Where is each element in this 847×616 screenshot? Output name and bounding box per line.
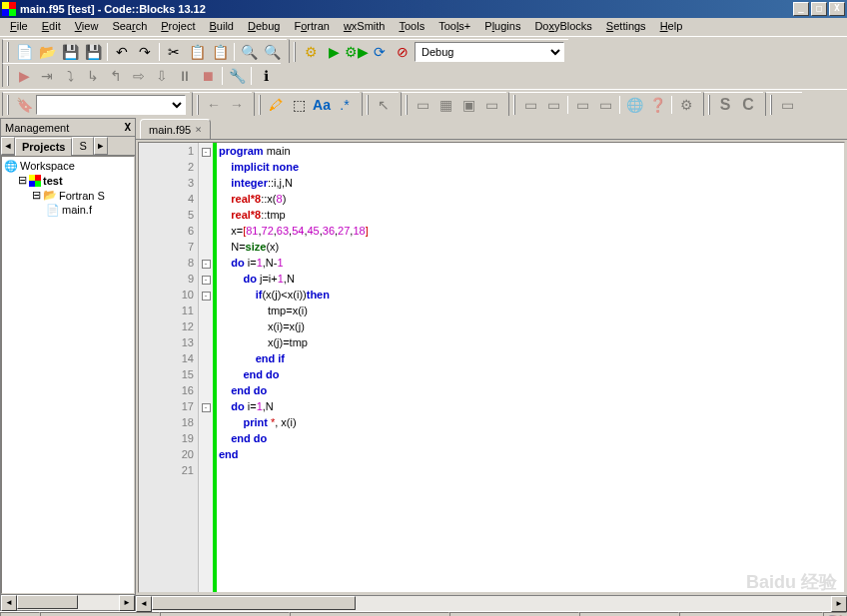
- rebuild-icon[interactable]: ⟳: [369, 41, 391, 63]
- cut-icon[interactable]: ✂: [163, 41, 185, 63]
- expand-icon[interactable]: ⊟: [32, 189, 41, 202]
- project-tree[interactable]: 🌐 Workspace ⊟ test ⊟ 📂 Fortran S 📄 main.…: [1, 156, 135, 594]
- case-icon[interactable]: Aa: [311, 94, 333, 116]
- tab-projects[interactable]: Projects: [15, 138, 72, 156]
- debug-run-cursor-icon[interactable]: ⇥: [36, 65, 58, 87]
- toolbar-secondary: 🔖 ← → 🖍 ⬚ Aa .* ↖ ▭ ▦ ▣ ▭ ▭ ▭ ▭ ▭ 🌐 ❓ ⚙ …: [0, 89, 847, 118]
- tree-folder[interactable]: ⊟ 📂 Fortran S: [4, 188, 132, 203]
- menu-build[interactable]: Build: [204, 19, 240, 35]
- select-icon[interactable]: ⬚: [288, 94, 310, 116]
- debug-next-instr-icon[interactable]: ⇨: [128, 65, 150, 87]
- scroll-left-icon[interactable]: ◄: [1, 595, 17, 611]
- debug-step-instr-icon[interactable]: ⇩: [151, 65, 173, 87]
- find-icon[interactable]: 🔍: [238, 41, 260, 63]
- build-run-icon[interactable]: ⚙▶: [346, 41, 368, 63]
- bookmark-icon[interactable]: 🔖: [13, 94, 35, 116]
- menu-debug[interactable]: Debug: [242, 19, 286, 35]
- doxy-block-icon[interactable]: ▭: [571, 94, 593, 116]
- tree-project[interactable]: ⊟ test: [4, 173, 132, 188]
- close-button[interactable]: X: [829, 2, 845, 16]
- menu-edit[interactable]: Edit: [36, 19, 67, 35]
- file-tab-main[interactable]: main.f95 ×: [140, 119, 211, 139]
- menu-search[interactable]: Search: [106, 19, 153, 35]
- frame2-icon[interactable]: ▭: [480, 94, 502, 116]
- tab-close-icon[interactable]: ×: [195, 123, 202, 136]
- menu-plugins[interactable]: Plugins: [478, 19, 526, 35]
- minimize-button[interactable]: _: [793, 2, 809, 16]
- menu-view[interactable]: View: [69, 19, 105, 35]
- menu-wxsmith[interactable]: wxSmith: [338, 19, 392, 35]
- mgmt-scrollbar[interactable]: ◄ ►: [1, 594, 135, 610]
- expand-icon[interactable]: ⊟: [18, 174, 27, 187]
- cursor-icon[interactable]: ↖: [373, 94, 395, 116]
- highlight-icon[interactable]: 🖍: [265, 94, 287, 116]
- scroll-right-icon[interactable]: ►: [119, 595, 135, 611]
- tree-workspace[interactable]: 🌐 Workspace: [4, 159, 132, 173]
- new-file-icon[interactable]: 📄: [13, 41, 35, 63]
- debug-next-icon[interactable]: ⤵: [59, 65, 81, 87]
- management-close-icon[interactable]: X: [124, 121, 131, 134]
- undo-icon[interactable]: ↶: [111, 41, 133, 63]
- line-gutter: 123456789101112131415161718192021: [139, 143, 199, 592]
- app-icon: [2, 2, 16, 16]
- code-editor[interactable]: 123456789101112131415161718192021 - --- …: [138, 142, 845, 593]
- panel-icon[interactable]: ▦: [434, 94, 456, 116]
- scroll-left-icon[interactable]: ◄: [136, 596, 152, 612]
- menu-tools[interactable]: Tools: [393, 19, 430, 35]
- menu-help[interactable]: Help: [654, 19, 689, 35]
- symbols-combo[interactable]: [36, 95, 186, 115]
- menu-project[interactable]: Project: [155, 19, 201, 35]
- menu-doxyblocks[interactable]: DoxyBlocks: [528, 19, 597, 35]
- debug-windows-icon[interactable]: 🔧: [226, 65, 248, 87]
- doxy-line-icon[interactable]: ▭: [594, 94, 616, 116]
- status-lang-icon[interactable]: 🇺🇸: [823, 612, 847, 616]
- scroll-right-icon[interactable]: ►: [831, 596, 847, 612]
- nav-forward-icon[interactable]: →: [226, 94, 248, 116]
- status-mode: Insert: [449, 612, 579, 616]
- replace-icon[interactable]: 🔍: [261, 41, 283, 63]
- run-icon[interactable]: ▶: [323, 41, 345, 63]
- redo-icon[interactable]: ↷: [134, 41, 156, 63]
- tree-file[interactable]: 📄 main.f: [4, 203, 132, 217]
- doxy-wizard-icon[interactable]: ▭: [519, 94, 541, 116]
- status-encoding: WINDOWS-936: [160, 612, 290, 616]
- dialog-icon[interactable]: ▣: [457, 94, 479, 116]
- debug-step-out-icon[interactable]: ↰: [105, 65, 127, 87]
- nav-back-icon[interactable]: ←: [203, 94, 225, 116]
- regex-icon[interactable]: .*: [334, 94, 356, 116]
- tab-symbols[interactable]: S: [72, 137, 93, 155]
- class-letter-icon[interactable]: C: [737, 94, 759, 116]
- copy-icon[interactable]: 📋: [186, 41, 208, 63]
- build-icon[interactable]: ⚙: [300, 41, 322, 63]
- debug-stop-icon[interactable]: ⏹: [197, 65, 219, 87]
- menu-fortran[interactable]: Fortran: [288, 19, 335, 35]
- fold-column[interactable]: - --- -: [199, 143, 213, 592]
- build-target-combo[interactable]: Debug: [415, 42, 564, 62]
- doxy-html-icon[interactable]: 🌐: [623, 94, 645, 116]
- abort-icon[interactable]: ⊘: [392, 41, 414, 63]
- code-content[interactable]: program main implicit none integer::i,j,…: [217, 143, 844, 592]
- doxy-chm-icon[interactable]: ❓: [646, 94, 668, 116]
- open-icon[interactable]: 📂: [36, 41, 58, 63]
- debug-step-into-icon[interactable]: ↳: [82, 65, 104, 87]
- frame-icon[interactable]: ▭: [412, 94, 433, 116]
- source-letter-icon[interactable]: S: [714, 94, 736, 116]
- tab-scroll-right-icon[interactable]: ►: [94, 137, 108, 155]
- debug-start-icon[interactable]: ▶: [13, 65, 35, 87]
- debug-info-icon[interactable]: ℹ: [255, 65, 277, 87]
- paste-icon[interactable]: 📋: [209, 41, 231, 63]
- tab-scroll-left-icon[interactable]: ◄: [1, 137, 15, 155]
- save-all-icon[interactable]: 💾: [82, 41, 104, 63]
- debug-break-icon[interactable]: ⏸: [174, 65, 196, 87]
- editor-scrollbar[interactable]: ◄ ►: [136, 595, 847, 611]
- folder-icon: 📂: [43, 190, 57, 202]
- doxy-config-icon[interactable]: ⚙: [675, 94, 697, 116]
- menu-toolsplus[interactable]: Tools+: [432, 19, 476, 35]
- maximize-button[interactable]: □: [811, 2, 827, 16]
- menu-bar: File Edit View Search Project Build Debu…: [0, 18, 847, 36]
- fortran-nav-icon[interactable]: ▭: [776, 94, 798, 116]
- doxy-extract-icon[interactable]: ▭: [542, 94, 564, 116]
- save-icon[interactable]: 💾: [59, 41, 81, 63]
- menu-file[interactable]: File: [4, 19, 34, 35]
- menu-settings[interactable]: Settings: [600, 19, 652, 35]
